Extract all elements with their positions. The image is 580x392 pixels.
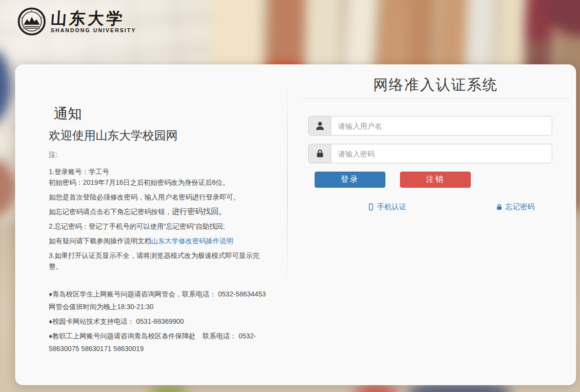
notice-note-label: 注: (49, 151, 58, 159)
notice-line: 1.登录账号：学工号 (49, 168, 109, 176)
phone-auth-link[interactable]: 手机认证 (367, 202, 406, 212)
notice-line: 初始密码：2019年7月16日之后初始密码改为身份证后6位。 (49, 178, 229, 186)
contact-info: ♦青岛校区学生上网账号问题请咨询网管会，联系电话： 0532-58634453 … (49, 288, 272, 357)
notice-heading: 通知 (54, 104, 82, 124)
university-logo: 山东大学 SHANDONG UNIVERSITY (18, 6, 136, 37)
notice-item: 如您是首次登陆必须修改密码，输入用户名密码进行登录即可。 (49, 192, 272, 202)
logout-button[interactable]: 注销 (400, 172, 471, 188)
university-name-en: SHANDONG UNIVERSITY (51, 27, 136, 33)
title-divider (302, 98, 569, 99)
notice-body: 1.登录账号：学工号 初始密码：2019年7月16日之后初始密码改为身份证后6位… (49, 166, 272, 275)
notice-line: 如忘记密码请点击右下角忘记密码按钮， (49, 208, 172, 216)
notice-item: 1.登录账号：学工号 初始密码：2019年7月16日之后初始密码改为身份证后6位… (49, 166, 272, 188)
login-button[interactable]: 登录 (315, 172, 385, 188)
notice-line-emphasis: 进行密码找回。 (172, 207, 226, 216)
lock-small-icon (496, 203, 503, 211)
notice-item: 3.如果打开认证页显示不全，请将浏览器模式改为极速模式即可显示完整。 (49, 250, 272, 272)
notice-line: 如有疑问请下载参阅操作说明文档 (49, 237, 151, 245)
password-guide-link[interactable]: 山东大学修改密码操作说明 (151, 237, 233, 245)
notice-panel: 通知 欢迎使用山东大学校园网 注: 1.登录账号：学工号 初始密码：2019年7… (15, 64, 287, 385)
phone-icon (367, 203, 375, 211)
contact-line: ♦教职工上网账号问题请咨询青岛校区条件保障处 联系电话： 0532-586300… (49, 330, 272, 355)
university-name: 山东大学 SHANDONG UNIVERSITY (51, 10, 136, 33)
notice-welcome: 欢迎使用山东大学校园网 (49, 128, 178, 143)
user-icon (309, 117, 331, 135)
forgot-password-link[interactable]: 忘记密码 (496, 202, 535, 212)
university-seal-icon (18, 7, 46, 36)
page-title: 网络准入认证系统 (302, 75, 569, 95)
contact-line: ♦青岛校区学生上网账号问题请咨询网管会，联系电话： 0532-58634453 … (49, 288, 272, 313)
notice-item: 如有疑问请下载参阅操作说明文档山东大学修改密码操作说明 (49, 235, 272, 246)
forgot-password-label: 忘记密码 (505, 202, 535, 212)
phone-auth-label: 手机认证 (377, 202, 406, 212)
notice-item: 2.忘记密码：登记了手机号的可以使用“忘记密码”自助找回; (49, 221, 272, 232)
lock-icon (309, 144, 331, 163)
username-field-group (308, 116, 552, 136)
login-panel: 网络准入认证系统 登录 注销 手机认证 忘记密码 (302, 64, 569, 385)
notice-item: 如忘记密码请点击右下角忘记密码按钮，进行密码找回。 (49, 206, 272, 217)
contact-line: ♦校园卡网站技术支持电话： 0531-88369900 (49, 315, 272, 328)
panel-divider (287, 80, 288, 290)
main-card: 通知 欢迎使用山东大学校园网 注: 1.登录账号：学工号 初始密码：2019年7… (15, 64, 576, 385)
username-input[interactable] (331, 117, 552, 135)
university-name-cn: 山东大学 (50, 10, 137, 27)
password-field-group (308, 144, 552, 163)
password-input[interactable] (331, 144, 552, 163)
